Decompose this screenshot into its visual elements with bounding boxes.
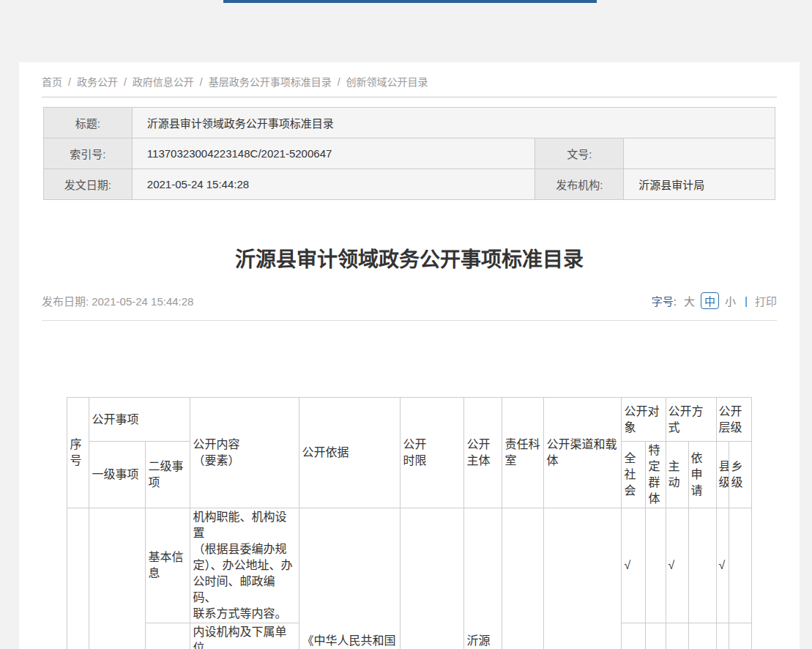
col-header-on-request: 依申 请 — [688, 442, 716, 508]
meta-docnum-value — [624, 138, 775, 169]
meta-title-value: 沂源县审计领域政务公开事项标准目录 — [132, 108, 775, 138]
cell-level2-item: 内设机 构及下 属事业 单位信 息 — [146, 623, 190, 649]
cell-content: 机构职能、机构设置 （根据县委编办规 定）、办公地址、办 公时间、邮政编码、 联… — [190, 508, 299, 623]
col-header-whole-society: 全社 会 — [622, 442, 646, 508]
breadcrumb-item-xinxi[interactable]: 政府信息公开 — [133, 76, 194, 88]
meta-index-value: 11370323004223148C/2021-5200647 — [132, 138, 535, 169]
top-nav-active-bar — [223, 0, 597, 3]
meta-date-label: 发文日期: — [44, 169, 133, 200]
font-size-medium-button[interactable]: 中 — [701, 292, 719, 309]
col-header-department: 责任科 室 — [502, 398, 544, 508]
article-toolbar: 字号: 大 中 小 | 打印 — [652, 292, 777, 309]
publish-date-value: 2021-05-24 15:44:28 — [92, 295, 193, 308]
cell-mark-whole-society: √ — [622, 623, 646, 649]
cell-mark-proactive: √ — [666, 508, 688, 623]
cell-mark-on-request — [688, 508, 716, 623]
meta-org-value: 沂源县审计局 — [624, 169, 775, 200]
publish-date-label: 发布日期: — [42, 295, 89, 308]
breadcrumb-separator: / — [68, 76, 71, 88]
breadcrumb: 首页/政务公开/政府信息公开/基层政务公开事项标准目录/创新领域公开目录 — [42, 62, 777, 97]
col-header-level2-item: 二级事 项 — [146, 442, 190, 508]
cell-level1-item — [89, 508, 146, 649]
cell-mark-township — [729, 623, 751, 649]
cell-mark-county: √ — [716, 508, 729, 623]
col-header-disclosure-items: 公开事项 — [89, 398, 190, 442]
col-header-basis: 公开依据 — [299, 398, 401, 508]
meta-org-label: 发布机构: — [535, 169, 624, 200]
font-size-large-button[interactable]: 大 — [684, 293, 695, 308]
meta-docnum-label: 文号: — [535, 138, 624, 169]
meta-title-label: 标题: — [44, 108, 133, 138]
breadcrumb-separator: / — [200, 76, 203, 88]
toolbar-divider: | — [745, 294, 748, 307]
document-meta-table: 标题: 沂源县审计领域政务公开事项标准目录 索引号: 1137032300422… — [43, 107, 775, 200]
cell-mark-on-request — [688, 623, 716, 649]
breadcrumb-item-zhengwu[interactable]: 政务公开 — [77, 76, 118, 88]
cell-department: 办公室 — [502, 508, 544, 649]
cell-subject: 沂源县 审计局 — [464, 508, 502, 649]
print-button[interactable]: 打印 — [755, 293, 777, 308]
breadcrumb-separator: / — [338, 76, 340, 88]
article-meta-row: 发布日期:2021-05-24 15:44:28 字号: 大 中 小 | 打印 — [42, 292, 777, 321]
cell-channel: 政府网站 公开查阅点 — [544, 508, 622, 649]
cell-content: 内设机构及下属单位 设置、职能、办公地 址、办公时间、联系 方式、负责人姓名等 … — [190, 623, 299, 649]
breadcrumb-item-chuangxin[interactable]: 创新领域公开目录 — [346, 76, 428, 88]
breadcrumb-item-home[interactable]: 首页 — [42, 76, 62, 88]
col-header-time-limit: 公开 时限 — [401, 398, 464, 508]
col-header-level1-item: 一级事项 — [89, 442, 146, 508]
content-card: 首页/政务公开/政府信息公开/基层政务公开事项标准目录/创新领域公开目录 标题:… — [19, 62, 800, 649]
cell-level2-item: 基本信 息 — [146, 508, 190, 623]
page-title: 沂源县审计领域政务公开事项标准目录 — [19, 245, 800, 275]
font-size-label: 字号: — [652, 293, 677, 308]
publish-date: 发布日期:2021-05-24 15:44:28 — [42, 293, 196, 308]
meta-index-label: 索引号: — [44, 138, 133, 169]
col-header-content: 公开内容 （要素） — [190, 398, 299, 508]
catalog-table: 序 号 公开事项 公开内容 （要素） 公开依据 公开 时限 公开 主体 责任科 … — [67, 397, 751, 649]
col-header-audience: 公开对 象 — [622, 398, 666, 442]
cell-mark-township — [729, 508, 751, 623]
col-header-proactive: 主 动 — [666, 442, 688, 508]
col-header-county-level: 县 级 — [716, 442, 729, 508]
col-header-specific-group: 特 定 群 体 — [646, 442, 666, 508]
cell-mark-proactive: √ — [666, 623, 688, 649]
col-header-township-level: 乡 级 — [729, 442, 751, 508]
cell-mark-county: √ — [716, 623, 729, 649]
cell-time-limit: 一次性公开 并动态调整 — [401, 508, 464, 649]
col-header-level: 公开 层级 — [716, 398, 751, 442]
cell-mark-specific-group — [646, 623, 666, 649]
font-size-small-button[interactable]: 小 — [725, 293, 736, 308]
breadcrumb-separator: / — [124, 76, 127, 88]
col-header-subject: 公开 主体 — [464, 398, 502, 508]
cell-basis: 《中华人民共和国 政府信息公开条 例》（国务院令第 711号） — [299, 508, 401, 649]
cell-mark-whole-society: √ — [622, 508, 646, 623]
meta-date-value: 2021-05-24 15:44:28 — [132, 169, 535, 200]
breadcrumb-item-jiceng[interactable]: 基层政务公开事项标准目录 — [209, 76, 332, 88]
col-header-channel: 公开渠道和载 体 — [544, 398, 622, 508]
col-header-serial: 序 号 — [67, 398, 89, 508]
cell-serial — [67, 508, 89, 649]
col-header-method: 公开方式 — [666, 398, 716, 442]
cell-mark-specific-group — [646, 508, 666, 623]
